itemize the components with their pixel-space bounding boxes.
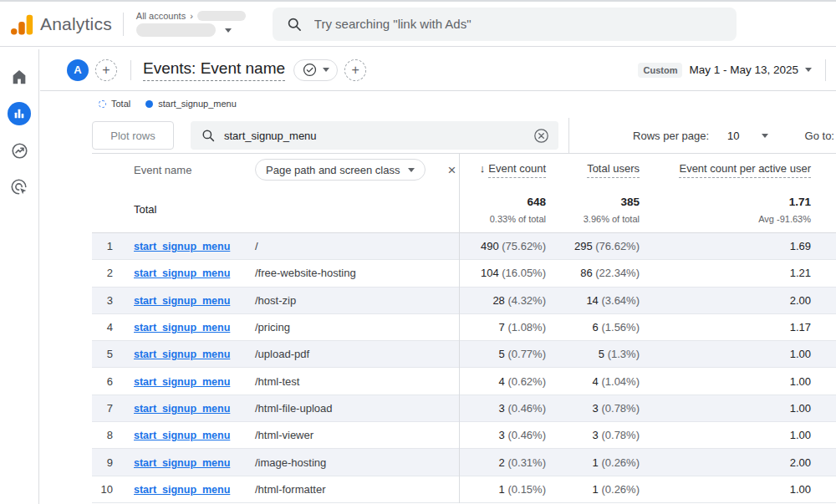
table-row: 3 start_signup_menu /host-zip 28 (4.32%)… [92, 288, 836, 314]
event-name-header[interactable]: Event name [134, 164, 255, 176]
events-table: Plot rows Rows per page: 10 [92, 118, 836, 503]
event-count-cell: 4 (0.62%) [459, 375, 546, 388]
global-search-input[interactable] [314, 17, 682, 31]
total-users-header[interactable]: Total users [587, 162, 640, 178]
event-count-cell: 5 (0.77%) [459, 348, 546, 360]
total-users-pct: (1.56%) [601, 321, 640, 333]
add-comparison-button[interactable]: + [95, 59, 117, 81]
secondary-dimension-dropdown[interactable]: Page path and screen class [255, 159, 426, 181]
per-active-cell: 1.17 [640, 321, 811, 333]
table-row: 6 start_signup_menu /html-test 4 (0.62%)… [92, 368, 836, 395]
per-active-user-header[interactable]: Event count per active user [679, 162, 811, 178]
table-row: 7 start_signup_menu /html-file-upload 3 … [92, 395, 836, 422]
event-count-value: 490 [481, 240, 499, 252]
page-path-cell: /html-file-upload [255, 402, 459, 415]
event-count-pct: (75.62%) [502, 240, 546, 252]
sidebar-item-reports[interactable] [8, 102, 31, 125]
page-path-cell: / [255, 240, 459, 252]
report-quality-pill[interactable] [293, 59, 338, 81]
table-row: 5 start_signup_menu /upload-pdf 5 (0.77%… [92, 341, 836, 368]
table-row: 2 start_signup_menu /free-website-hostin… [92, 260, 836, 287]
row-number: 6 [92, 375, 113, 388]
table-body: 1 start_signup_menu / 490 (75.62%) 295 (… [92, 233, 836, 503]
event-count-value: 1 [499, 483, 505, 496]
event-count-pct: (0.46%) [507, 402, 546, 415]
table-search-bar[interactable] [191, 121, 558, 150]
sidebar-item-explore[interactable] [8, 139, 31, 162]
chevron-down-icon [408, 168, 415, 172]
table-search-input[interactable] [224, 130, 533, 142]
per-active-cell: 1.00 [640, 402, 811, 415]
row-number: 1 [92, 240, 113, 252]
event-count-cell: 7 (1.08%) [459, 321, 546, 333]
sidebar-item-home[interactable] [8, 65, 31, 89]
row-number: 2 [92, 267, 113, 279]
page-title[interactable]: Events: Event name [143, 59, 285, 81]
page-path-cell: /pricing [255, 321, 459, 333]
per-active-cell: 2.00 [640, 456, 811, 469]
total-users-cell: 6 (1.56%) [546, 321, 640, 333]
legend-series-label: start_signup_menu [158, 99, 237, 109]
total-users-value: 86 [580, 267, 592, 279]
total-users-value: 4 [593, 375, 599, 388]
table-row: 8 start_signup_menu /html-viewer 3 (0.46… [92, 422, 836, 449]
event-name-link[interactable]: start_signup_menu [134, 430, 230, 441]
date-range-picker[interactable]: May 1 - May 13, 2025 [689, 64, 798, 76]
event-count-pct: (1.08%) [507, 321, 546, 333]
sidebar-item-advertising[interactable] [8, 176, 31, 199]
legend-total[interactable]: Total [99, 99, 130, 109]
totals-per-active-sub: Avg -91.63% [758, 214, 811, 224]
event-count-cell: 490 (75.62%) [459, 240, 546, 252]
top-app-bar: Analytics All accounts › [0, 0, 836, 47]
table-toolbar: Plot rows Rows per page: 10 [92, 118, 836, 154]
event-name-link[interactable]: start_signup_menu [134, 267, 230, 279]
plot-rows-button[interactable]: Plot rows [92, 121, 174, 150]
row-number: 8 [92, 429, 113, 441]
row-number: 10 [92, 483, 113, 496]
remove-dimension-icon[interactable]: × [447, 163, 456, 177]
per-active-cell: 1.00 [640, 429, 811, 441]
total-users-value: 3 [593, 429, 599, 441]
chart-legend: Total start_signup_menu [40, 91, 836, 116]
chevron-down-icon[interactable] [762, 134, 768, 138]
event-count-header[interactable]: Event count [488, 162, 546, 178]
row-number: 3 [92, 294, 113, 307]
add-metric-button[interactable]: + [344, 59, 366, 81]
event-name-link[interactable]: start_signup_menu [134, 403, 230, 415]
account-switcher[interactable]: All accounts › [136, 11, 246, 37]
page-path-cell: /html-formatter [255, 483, 459, 496]
event-name-link[interactable]: start_signup_menu [134, 349, 230, 360]
chevron-down-icon [805, 68, 812, 72]
totals-total-users: 385 [620, 196, 640, 208]
table-totals-row: Total 648 0.33% of total 385 3.96% of to… [92, 186, 836, 233]
event-count-value: 4 [499, 375, 505, 388]
search-icon [286, 16, 303, 33]
legend-series[interactable]: start_signup_menu [145, 99, 237, 109]
event-name-link[interactable]: start_signup_menu [134, 484, 230, 496]
total-users-value: 1 [593, 456, 599, 469]
total-users-cell: 1 (0.26%) [546, 456, 640, 469]
clear-search-icon[interactable] [533, 127, 550, 145]
rows-per-page-select[interactable]: 10 [727, 130, 739, 142]
avatar[interactable]: A [67, 59, 89, 81]
go-to-label: Go to: [805, 130, 834, 142]
global-search-bar[interactable] [273, 8, 737, 41]
total-users-value: 1 [593, 483, 599, 496]
column-divider [459, 154, 460, 503]
event-count-pct: (0.46%) [507, 429, 546, 441]
total-users-cell: 5 (1.3%) [546, 348, 640, 360]
page-path-cell: /html-viewer [255, 429, 459, 441]
total-users-cell: 1 (0.26%) [546, 483, 640, 496]
left-nav [0, 49, 39, 504]
event-name-link[interactable]: start_signup_menu [134, 295, 230, 307]
event-name-link[interactable]: start_signup_menu [134, 241, 230, 252]
totals-total-users-sub: 3.96% of total [584, 214, 640, 224]
row-number: 4 [92, 321, 113, 333]
event-name-link[interactable]: start_signup_menu [134, 376, 230, 388]
event-name-link[interactable]: start_signup_menu [134, 322, 230, 333]
event-count-value: 5 [499, 348, 505, 360]
totals-event-count: 648 [527, 196, 546, 208]
event-count-value: 28 [492, 294, 504, 307]
redacted-account-name [197, 11, 246, 21]
event-name-link[interactable]: start_signup_menu [134, 457, 230, 469]
